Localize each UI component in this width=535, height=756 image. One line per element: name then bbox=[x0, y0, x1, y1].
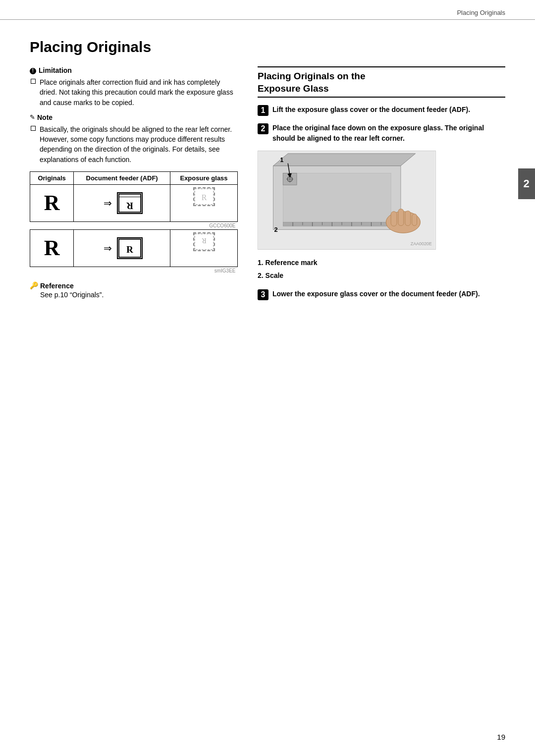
step-1: 1 Lift the exposure glass cover or the d… bbox=[258, 105, 505, 116]
arrow-icon-1: ⇒ bbox=[104, 197, 112, 209]
bullet-square-icon-2 bbox=[31, 126, 36, 131]
svg-rect-31 bbox=[405, 211, 411, 226]
table-footnote-1: GCCO600E bbox=[209, 223, 235, 228]
ref-item-2: 2. Scale bbox=[258, 270, 505, 282]
svg-rect-30 bbox=[398, 209, 404, 226]
note-label: Note bbox=[37, 113, 53, 121]
reference-section: 🔑 Reference See p.10 “Originals”. bbox=[30, 281, 238, 300]
illustration-box: 1 2 ZAA0020E bbox=[258, 151, 436, 250]
exp-box-1: R bbox=[193, 187, 215, 206]
bullet-square-icon bbox=[31, 79, 36, 84]
table-footnote-2: smIG3EE bbox=[214, 268, 236, 273]
exp-diagram-2: R bbox=[194, 233, 214, 250]
svg-text:2: 2 bbox=[274, 226, 277, 234]
svg-marker-27 bbox=[273, 154, 416, 166]
main-content: Placing Originals ! Limitation Place ori… bbox=[0, 20, 535, 327]
svg-text:R: R bbox=[201, 193, 207, 202]
svg-text:R: R bbox=[126, 244, 134, 255]
originals-table: Originals Document feeder (ADF) Exposure… bbox=[30, 171, 238, 274]
ref-item-1: 1. Reference mark bbox=[258, 257, 505, 269]
left-column: ! Limitation Place originals after corre… bbox=[30, 66, 238, 300]
svg-rect-29 bbox=[391, 212, 397, 226]
table-footnote-row-1: GCCO600E bbox=[30, 222, 238, 230]
note-header: ✎ Note bbox=[30, 113, 238, 121]
adf-cell-1: ⇒ R bbox=[74, 185, 170, 222]
key-icon: 🔑 bbox=[30, 281, 38, 289]
step-text-1: Lift the exposure glass cover or the doc… bbox=[272, 105, 470, 115]
orig-cell-2: R bbox=[30, 230, 74, 267]
section-title: Placing Originals on the Exposure Glass bbox=[258, 70, 505, 95]
page-number: 19 bbox=[497, 733, 505, 741]
adf-diagram-1: R bbox=[118, 193, 142, 214]
adf-box-2: R bbox=[117, 237, 143, 259]
reference-content: Reference See p.10 “Originals”. bbox=[40, 281, 104, 300]
reference-items: 1. Reference mark 2. Scale bbox=[258, 257, 505, 281]
step-text-2: Place the original face down on the expo… bbox=[272, 123, 505, 144]
step-3: 3 Lower the exposure glass cover or the … bbox=[258, 289, 505, 300]
table-header-exposure: Exposure glass bbox=[170, 172, 238, 185]
arrow-icon-2: ⇒ bbox=[104, 242, 112, 254]
letter-r-2: R bbox=[44, 237, 60, 259]
limitation-icon: ! bbox=[30, 68, 36, 74]
svg-text:R: R bbox=[201, 237, 206, 244]
adf-box-1: R bbox=[117, 192, 143, 214]
limitation-label: Limitation bbox=[39, 66, 72, 74]
section-heading-box: Placing Originals on the Exposure Glass bbox=[258, 66, 505, 98]
page-container: Placing Originals 2 Placing Originals ! … bbox=[0, 0, 535, 756]
step-2: 2 Place the original face down on the ex… bbox=[258, 123, 505, 144]
adf-cell-2: ⇒ R bbox=[74, 230, 170, 267]
right-column: Placing Originals on the Exposure Glass … bbox=[258, 66, 505, 307]
svg-rect-16 bbox=[283, 222, 391, 226]
orig-cell-1: R bbox=[30, 185, 74, 222]
exp-cell-1: R bbox=[170, 185, 238, 222]
table-header-originals: Originals bbox=[30, 172, 74, 185]
table-row-1: R ⇒ bbox=[30, 185, 238, 222]
illustration-svg: 1 2 ZAA0020E bbox=[258, 151, 435, 249]
note-pencil-icon: ✎ bbox=[30, 113, 35, 121]
exp-cell-2: R bbox=[170, 230, 238, 267]
table-row-2: R ⇒ R bbox=[30, 230, 238, 267]
svg-rect-11 bbox=[283, 173, 391, 222]
limitation-item-1: Place originals after correction fluid a… bbox=[30, 77, 238, 108]
svg-rect-32 bbox=[412, 214, 417, 226]
reference-label: Reference bbox=[40, 281, 104, 290]
limitation-text-1: Place originals after correction fluid a… bbox=[40, 77, 238, 108]
table-header-feeder: Document feeder (ADF) bbox=[74, 172, 170, 185]
top-header: Placing Originals bbox=[0, 0, 535, 20]
step-num-3: 3 bbox=[258, 289, 268, 300]
side-tab: 2 bbox=[518, 168, 535, 199]
reference-text: See p.10 “Originals”. bbox=[40, 290, 104, 300]
svg-text:ZAA0020E: ZAA0020E bbox=[411, 241, 432, 246]
exp-diagram-1: R bbox=[194, 188, 214, 205]
note-item-1: Basically, the originals should be align… bbox=[30, 124, 238, 164]
limitation-header: ! Limitation bbox=[30, 66, 238, 74]
step-text-3: Lower the exposure glass cover or the do… bbox=[272, 289, 480, 299]
page-title: Placing Originals bbox=[30, 39, 505, 55]
two-column-layout: ! Limitation Place originals after corre… bbox=[30, 66, 505, 307]
header-title: Placing Originals bbox=[457, 9, 505, 16]
table-footnote-row-2: smIG3EE bbox=[30, 267, 238, 275]
adf-diagram-2: R bbox=[118, 238, 142, 259]
step-num-2: 2 bbox=[258, 123, 268, 134]
svg-text:1: 1 bbox=[280, 156, 283, 163]
letter-r-1: R bbox=[44, 192, 60, 214]
note-text-1: Basically, the originals should be align… bbox=[40, 124, 238, 164]
svg-text:R: R bbox=[126, 201, 133, 211]
step-num-1: 1 bbox=[258, 105, 268, 116]
exp-box-2: R bbox=[193, 232, 215, 251]
